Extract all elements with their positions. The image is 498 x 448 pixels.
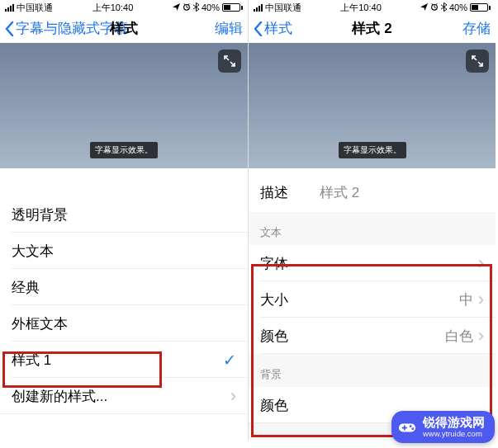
battery-icon bbox=[470, 3, 491, 12]
battery-percent: 40% bbox=[202, 2, 220, 12]
gamepad-icon bbox=[398, 420, 416, 435]
chevron-right-icon: › bbox=[478, 254, 484, 272]
font-row[interactable]: 字体 › bbox=[249, 245, 496, 281]
cell-label: 外框文本 bbox=[12, 314, 68, 333]
chevron-right-icon: › bbox=[478, 290, 484, 309]
create-new-style[interactable]: 创建新的样式... › bbox=[0, 378, 248, 414]
bluetooth-icon bbox=[441, 2, 447, 13]
carrier-label: 中国联通 bbox=[17, 2, 53, 14]
phone-right: 中国联通 上午10:40 40% bbox=[248, 0, 496, 440]
nav-bar: 字幕与隐藏式字幕 样式 编辑 bbox=[0, 15, 248, 43]
watermark-name: 锐得游戏网 bbox=[423, 415, 485, 429]
caption-preview: 字幕显示效果。 bbox=[0, 43, 248, 168]
section-header-background: 背景 bbox=[249, 354, 496, 387]
expand-button[interactable] bbox=[466, 50, 489, 73]
chevron-right-icon: › bbox=[478, 327, 484, 345]
style-option-transparent-bg[interactable]: 透明背景 bbox=[0, 196, 248, 233]
status-time: 上午10:40 bbox=[340, 2, 382, 14]
settings-list: 描述 样式 2 文本 字体 › 大小 中 › 颜色 白色 › bbox=[249, 168, 496, 440]
styles-list: 透明背景 大文本 经典 外框文本 样式 1 ✓ 创建新的样式... › bbox=[0, 168, 248, 440]
back-button[interactable]: 字幕与隐藏式字幕 bbox=[5, 19, 128, 38]
signal-icon bbox=[254, 3, 263, 12]
signal-icon bbox=[5, 3, 14, 12]
checkmark-icon: ✓ bbox=[223, 351, 236, 370]
chevron-left-icon bbox=[254, 21, 263, 36]
watermark: 锐得游戏网 www.ytruide.com bbox=[391, 411, 495, 443]
watermark-url: www.ytruide.com bbox=[423, 430, 485, 438]
cell-label: 颜色 bbox=[260, 396, 288, 415]
alarm-icon bbox=[430, 2, 439, 12]
cell-label: 创建新的样式... bbox=[12, 387, 107, 406]
save-button[interactable]: 存储 bbox=[462, 19, 491, 38]
style-option-outline-text[interactable]: 外框文本 bbox=[0, 305, 248, 342]
cell-label: 颜色 bbox=[260, 327, 288, 346]
svg-point-4 bbox=[411, 427, 414, 430]
style-option-large-text[interactable]: 大文本 bbox=[0, 233, 248, 269]
cell-value: 白色 bbox=[445, 327, 473, 346]
caption-sample: 字幕显示效果。 bbox=[339, 142, 406, 158]
cell-label: 透明背景 bbox=[12, 205, 68, 224]
size-row[interactable]: 大小 中 › bbox=[249, 281, 496, 318]
status-bar: 中国联通 上午10:40 40% bbox=[249, 0, 496, 15]
nav-bar: 样式 样式 2 存储 bbox=[249, 15, 496, 43]
cell-label: 大小 bbox=[260, 290, 288, 309]
description-value: 样式 2 bbox=[320, 183, 359, 202]
style-option-classic[interactable]: 经典 bbox=[0, 269, 248, 305]
phone-left: 中国联通 上午10:40 40% bbox=[0, 0, 248, 440]
cell-label: 大文本 bbox=[12, 242, 54, 261]
svg-point-3 bbox=[410, 425, 412, 427]
battery-percent: 40% bbox=[449, 2, 467, 12]
description-label: 描述 bbox=[260, 183, 288, 202]
expand-button[interactable] bbox=[218, 50, 241, 73]
chevron-left-icon bbox=[5, 21, 14, 36]
back-label: 样式 bbox=[264, 19, 292, 38]
location-icon bbox=[173, 2, 180, 12]
text-color-row[interactable]: 颜色 白色 › bbox=[249, 318, 496, 354]
status-bar: 中国联通 上午10:40 40% bbox=[0, 0, 248, 15]
caption-sample: 字幕显示效果。 bbox=[90, 142, 158, 158]
bluetooth-icon bbox=[193, 2, 199, 13]
section-header-text: 文本 bbox=[249, 212, 496, 245]
status-time: 上午10:40 bbox=[92, 2, 134, 14]
chevron-right-icon: › bbox=[230, 387, 236, 405]
battery-icon bbox=[222, 3, 243, 12]
cell-label: 经典 bbox=[12, 278, 40, 297]
location-icon bbox=[420, 2, 428, 12]
edit-button[interactable]: 编辑 bbox=[215, 19, 243, 38]
carrier-label: 中国联通 bbox=[265, 2, 301, 14]
alarm-icon bbox=[183, 2, 191, 12]
cell-label: 字体 bbox=[260, 254, 288, 273]
description-row[interactable]: 描述 样式 2 bbox=[249, 168, 496, 212]
back-label: 字幕与隐藏式字幕 bbox=[16, 19, 128, 38]
caption-preview: 字幕显示效果。 bbox=[249, 43, 496, 168]
back-button[interactable]: 样式 bbox=[254, 19, 292, 38]
style-option-style1[interactable]: 样式 1 ✓ bbox=[0, 342, 248, 378]
cell-label: 样式 1 bbox=[12, 351, 51, 370]
cell-value: 中 bbox=[459, 290, 473, 309]
